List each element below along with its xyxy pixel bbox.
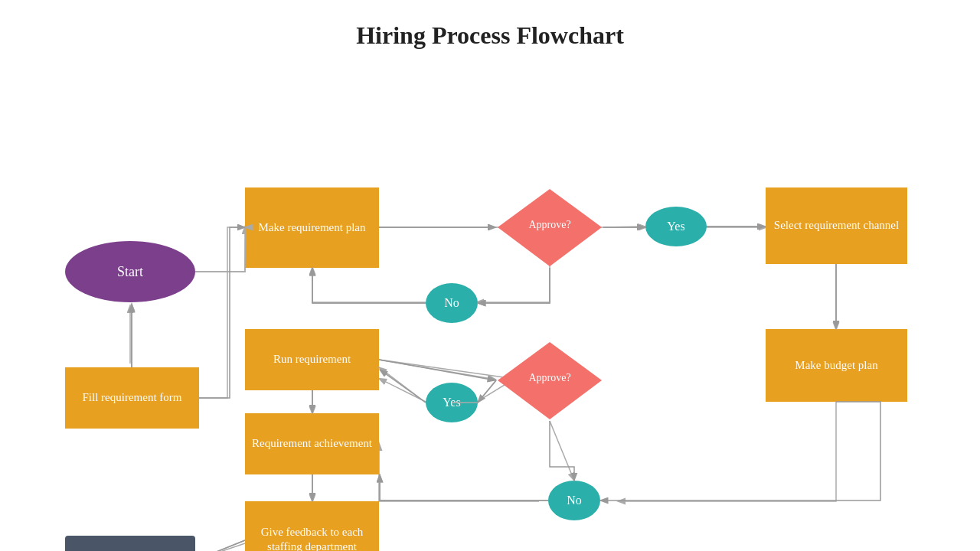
flowchart-arrows	[0, 69, 980, 551]
yes1-node: Yes	[645, 207, 707, 246]
svg-text:Approve?: Approve?	[528, 372, 570, 383]
make-budget-node: Make budget plan	[766, 329, 907, 402]
svg-line-5	[379, 360, 514, 379]
page-title: Hiring Process Flowchart	[0, 0, 980, 50]
no2-node: No	[548, 481, 600, 520]
approve2-diamond: Approve?	[496, 341, 603, 421]
req-achievement-node: Requirement achievement	[245, 413, 379, 474]
svg-line-9	[195, 543, 245, 551]
start-node: Start	[65, 241, 195, 302]
svg-text:Approve?: Approve?	[528, 219, 570, 230]
select-channel-node: Select requirement channel	[766, 187, 907, 264]
run-req-node: Run requirement	[245, 329, 379, 390]
yes2-node: Yes	[426, 383, 478, 422]
flowchart: Start Fill requirement form Make require…	[0, 69, 980, 551]
make-req-plan-node: Make requirement plan	[245, 187, 379, 268]
give-feedback-node: Give feedback to each staffing departmen…	[245, 501, 379, 551]
end-node: End	[65, 536, 195, 551]
fill-req-form-node: Fill requirement form	[65, 367, 199, 429]
svg-line-6	[380, 379, 426, 402]
no1-node: No	[426, 283, 478, 323]
approve1-diamond: Approve?	[496, 187, 603, 268]
